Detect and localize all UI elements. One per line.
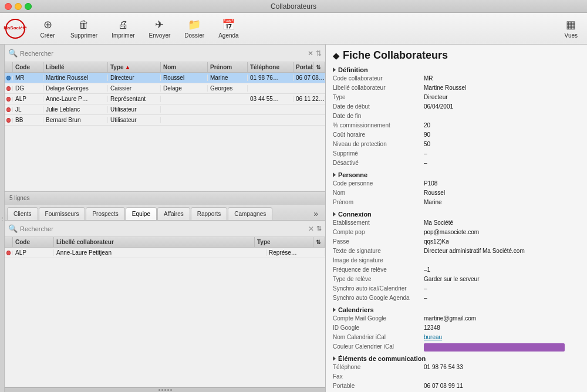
table2-header: Code Libellé collaborateur Type ⇅ <box>5 237 325 248</box>
table-row[interactable]: JL Julie Leblanc Utilisateur <box>5 104 325 115</box>
dossier-label: Dossier <box>184 32 204 39</box>
search-clear-button[interactable]: ✕ <box>308 49 313 58</box>
th-type[interactable]: Type ▲ <box>108 62 161 72</box>
search-bar2: 🔍 ✕ ⇅ <box>5 221 325 237</box>
tab-affaires[interactable]: Affaires <box>157 207 190 220</box>
tab-rapports[interactable]: Rapports <box>191 207 228 220</box>
imprimer-button[interactable]: 🖨 Imprimer <box>106 16 140 41</box>
th-libelle[interactable]: Libellé <box>43 62 108 72</box>
td-libelle: Martine Roussel <box>43 75 108 81</box>
supprimer-label: Supprimer <box>70 32 97 39</box>
tab-fournisseurs[interactable]: Fournisseurs <box>39 207 86 220</box>
fiche-title: ◆ Fiche Collaborateurs <box>333 49 580 62</box>
field-image-signature: Image de signature <box>333 257 580 265</box>
tab-campagnes[interactable]: Campagnes <box>228 207 272 220</box>
th-portable[interactable]: Portable <box>294 62 313 72</box>
sort-icon: ▲ <box>125 64 131 70</box>
field-code-personne: Code personne P108 <box>333 180 580 188</box>
row-dot <box>5 107 13 112</box>
search2-icon: 🔍 <box>8 224 18 233</box>
td-nom: Delage <box>161 85 208 92</box>
th2-type[interactable]: Type <box>255 237 313 247</box>
toolbar: Ma Société ⊕ Créer 🗑 Supprimer 🖨 Imprime… <box>0 13 587 45</box>
td2-type: Représe… <box>266 249 325 256</box>
search-input[interactable] <box>20 50 305 57</box>
table-header: Code Libellé Type ▲ Nom Prénom Téléphone <box>5 62 325 73</box>
th-scroll: ⇅ <box>313 62 325 72</box>
th-nom[interactable]: Nom <box>161 62 208 72</box>
close-button[interactable] <box>5 3 12 10</box>
field-etablissement: Etablissement Ma Société <box>333 219 580 228</box>
dossier-icon: 📁 <box>188 18 201 31</box>
section-communication: Éléments de communication <box>333 355 580 362</box>
td-type: Utilisateur <box>108 117 161 123</box>
td-prenom: Marine <box>208 75 248 81</box>
th-indicator <box>5 62 13 72</box>
supprimer-button[interactable]: 🗑 Supprimer <box>65 16 103 41</box>
main-layout: ⋮ 🔍 ✕ ⇅ Code Libellé Type ▲ <box>0 45 587 392</box>
envoyer-icon: ✈ <box>155 18 164 31</box>
field-nom-calendrier-ical: Nom Calendrier iCal bureau <box>333 334 580 342</box>
th2-libelle[interactable]: Libellé collaborateur <box>54 237 255 247</box>
agenda-button[interactable]: 📅 Agenda <box>212 16 244 41</box>
tab-equipe[interactable]: Equipe <box>126 207 157 220</box>
field-prenom: Prénom Marine <box>333 199 580 207</box>
left-resize-handle[interactable]: ⋮ <box>0 45 5 392</box>
search2-resize[interactable]: ⇅ <box>316 225 322 232</box>
th-code[interactable]: Code <box>13 62 43 72</box>
section-connexion: Connexion <box>333 211 580 218</box>
field-telephone: Téléphone 01 98 76 54 33 <box>333 364 580 372</box>
right-panel: ◆ Fiche Collaborateurs Définition Code c… <box>326 45 587 392</box>
fullscreen-button[interactable] <box>25 3 32 10</box>
field-synchro-google: Synchro auto Google Agenda – <box>333 295 580 303</box>
td-code: JL <box>13 106 43 113</box>
search2-clear-button[interactable]: ✕ <box>308 225 314 233</box>
vues-icon: ▦ <box>566 18 576 31</box>
table2-row[interactable]: ALP Anne-Laure Petitjean Représe… <box>5 248 325 258</box>
tabs-more-button[interactable]: » <box>309 207 323 220</box>
table-row[interactable]: ALP Anne-Laure P… Représentant 03 44 55…… <box>5 94 325 104</box>
td-portable: 06 11 22… <box>294 96 325 102</box>
field-niveau-protection: Niveau de protection 50 <box>333 141 580 149</box>
tab-prospects[interactable]: Prospects <box>86 207 124 220</box>
th2-scroll: ⇅ <box>313 237 325 247</box>
minimize-button[interactable] <box>15 3 22 10</box>
td-libelle: Julie Leblanc <box>43 106 108 113</box>
field-id-google: ID Google 12348 <box>333 325 580 333</box>
field-code-collaborateur: Code collaborateur MR <box>333 75 580 83</box>
td-code: MR <box>13 75 43 81</box>
search-filter-button[interactable]: ⇅ <box>316 49 322 58</box>
row-dot <box>5 86 13 91</box>
traffic-lights <box>5 3 32 10</box>
table-body: MR Martine Roussel Directeur Roussel Mar… <box>5 73 325 191</box>
collaborateurs-table: Code Libellé Type ▲ Nom Prénom Téléphone <box>5 62 325 191</box>
td-nom: Roussel <box>161 75 208 81</box>
field-couleur-calendrier-ical: Couleur Calendrier iCal <box>333 343 580 352</box>
envoyer-button[interactable]: ✈ Envoyer <box>143 16 177 41</box>
bottom-resize-bar[interactable] <box>5 387 325 392</box>
field-type: Type Directeur <box>333 94 580 102</box>
th2-code[interactable]: Code <box>13 237 54 247</box>
th-telephone[interactable]: Téléphone <box>248 62 294 72</box>
table-row[interactable]: DG Delage Georges Caissier Delage George… <box>5 83 325 94</box>
field-frequence-releve: Fréquence de relève –1 <box>333 266 580 275</box>
field-cout-horaire: Coût horaire 90 <box>333 131 580 140</box>
table-row[interactable]: MR Martine Roussel Directeur Roussel Mar… <box>5 73 325 83</box>
imprimer-icon: 🖨 <box>118 19 129 31</box>
vues-button[interactable]: ▦ Vues <box>560 16 582 41</box>
row-count-bar: 5 lignes <box>5 191 325 204</box>
field-nom: Nom Roussel <box>333 190 580 198</box>
section-triangle-icon <box>333 307 336 312</box>
field-date-fin: Date de fin <box>333 113 580 121</box>
dossier-button[interactable]: 📁 Dossier <box>178 16 210 41</box>
row2-dot <box>5 251 13 255</box>
creer-button[interactable]: ⊕ Créer <box>33 16 62 41</box>
tab-clients[interactable]: Clients <box>7 207 38 220</box>
section-triangle-icon <box>333 67 336 72</box>
search2-input[interactable] <box>20 225 306 232</box>
row-dot <box>5 118 13 123</box>
field-compte-pop: Compte pop pop@masociete.com <box>333 229 580 237</box>
th-prenom[interactable]: Prénom <box>208 62 248 72</box>
section-triangle-icon <box>333 212 336 217</box>
table-row[interactable]: BB Bernard Brun Utilisateur <box>5 115 325 126</box>
